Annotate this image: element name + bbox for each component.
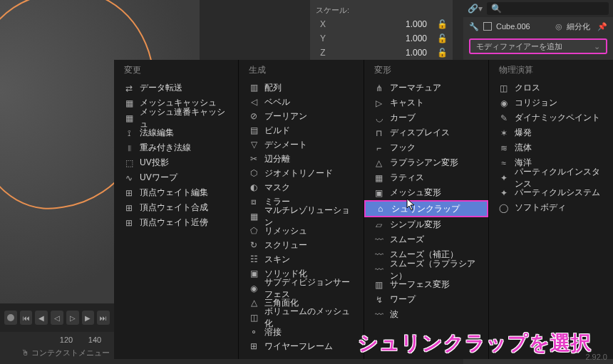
- modifier-icon: ◡: [374, 113, 384, 123]
- menu-item[interactable]: ⊞頂点ウェイト近傍: [114, 215, 238, 230]
- menu-item[interactable]: ✦パーティクルインスタンス: [489, 170, 613, 185]
- menu-item[interactable]: ◐マスク: [239, 180, 363, 194]
- search-input[interactable]: 🔍: [487, 2, 609, 15]
- menu-item[interactable]: ⫴重み付き法線: [114, 140, 238, 155]
- menu-item[interactable]: ▤ビルド: [239, 123, 363, 137]
- modifier-icon: ✂: [249, 154, 259, 164]
- menu-item[interactable]: 〰波: [364, 307, 488, 322]
- menu-item-label: フック: [390, 142, 416, 154]
- object-name: Cube.006: [496, 22, 530, 31]
- menu-item[interactable]: ▣メッシュ変形: [364, 185, 488, 200]
- menu-item[interactable]: ▦マルチレゾリューション: [239, 209, 363, 224]
- menu-item[interactable]: ◉サブディビジョンサーフェス: [239, 281, 363, 296]
- scale-y-value[interactable]: 1.000: [336, 33, 431, 43]
- menu-item[interactable]: ▽デシメート: [239, 137, 363, 152]
- modifier-icon: ▦: [374, 173, 384, 183]
- menu-item[interactable]: ◯ソフトボディ: [489, 200, 613, 215]
- menu-item[interactable]: ∿UVワープ: [114, 170, 238, 185]
- annotation-caption: シュリンクラップを選択: [358, 330, 592, 357]
- menu-item[interactable]: ↻スクリュー: [239, 238, 363, 252]
- menu-item[interactable]: ◫ボリュームのメッシュ化: [239, 310, 363, 325]
- modifier-icon: ⌂: [376, 204, 386, 214]
- menu-item-label: シュリンクラップ: [391, 203, 460, 215]
- lock-icon[interactable]: 🔓: [437, 48, 447, 58]
- modifier-icon: ▦: [249, 212, 259, 222]
- menu-item-label: 爆発: [515, 127, 532, 139]
- scale-z-value[interactable]: 1.000: [336, 48, 431, 58]
- modifier-icon: ↯: [374, 295, 384, 305]
- menu-item[interactable]: ◫クロス: [489, 80, 613, 95]
- pin-icon[interactable]: 📌: [597, 22, 607, 31]
- modifier-icon: ⚬: [249, 327, 259, 337]
- menu-item-label: マスク: [264, 182, 290, 194]
- menu-item[interactable]: ✶爆発: [489, 125, 613, 140]
- menu-item-label: 頂点ウェイト合成: [140, 202, 208, 214]
- menu-item-label: 配列: [264, 82, 282, 94]
- menu-item[interactable]: ☷スキン: [239, 252, 363, 266]
- menu-item[interactable]: ✦パーティクルシステム: [489, 185, 613, 200]
- menu-item[interactable]: ⊞ワイヤーフレーム: [239, 339, 363, 353]
- menu-item[interactable]: ↯ワープ: [364, 292, 488, 307]
- modifier-icon: ⬚: [124, 158, 134, 168]
- menu-column-physics: 物理演算 ◫クロス◉コリジョン✎ダイナミックペイント✶爆発≋流体≈海洋✦パーティ…: [489, 60, 613, 359]
- menu-item[interactable]: ✎ダイナミックペイント: [489, 110, 613, 125]
- menu-item[interactable]: ◡カーブ: [364, 110, 488, 125]
- menu-item[interactable]: ▥サーフェス変形: [364, 277, 488, 292]
- play-button[interactable]: ▷: [66, 311, 79, 325]
- menu-item[interactable]: ⬡ジオメトリノード: [239, 166, 363, 180]
- menu-item[interactable]: ⚬溶接: [239, 325, 363, 339]
- modifier-icon: 〰: [374, 310, 384, 320]
- lock-icon[interactable]: 🔓: [437, 19, 447, 29]
- menu-item[interactable]: 〰スムーズ: [364, 232, 488, 247]
- menu-item[interactable]: ▦ラティス: [364, 170, 488, 185]
- menu-item-label: 波: [390, 308, 398, 321]
- modifier-icon: ⬡: [249, 168, 259, 178]
- menu-item[interactable]: ⊞頂点ウェイト合成: [114, 200, 238, 215]
- menu-item-label: 溶接: [264, 326, 282, 338]
- menu-item[interactable]: ⊞頂点ウェイト編集: [114, 185, 238, 200]
- frame-120: 120: [57, 336, 76, 344]
- play-reverse-button[interactable]: ◁: [51, 311, 63, 325]
- menu-item[interactable]: ⋔アーマチュア: [364, 80, 488, 95]
- menu-item[interactable]: ⇄データ転送: [114, 80, 238, 95]
- menu-item[interactable]: ▥配列: [239, 80, 363, 95]
- menu-item-label: カーブ: [390, 112, 416, 124]
- menu-item[interactable]: ▷キャスト: [364, 95, 488, 110]
- keyframe-next-button[interactable]: ▶: [82, 311, 95, 325]
- menu-item[interactable]: ▦メッシュ連番キャッシュ: [114, 110, 238, 125]
- modifier-icon: ⊘: [249, 111, 259, 121]
- menu-item[interactable]: ≋流体: [489, 140, 613, 155]
- jump-end-button[interactable]: ⏭: [97, 311, 110, 325]
- menu-item[interactable]: ⟟法線編集: [114, 125, 238, 140]
- link-icon[interactable]: 🔗▾: [468, 4, 483, 14]
- scale-x-value[interactable]: 1.000: [336, 19, 431, 29]
- menu-item[interactable]: ⊘ブーリアン: [239, 109, 363, 123]
- menu-item[interactable]: ⌐フック: [364, 140, 488, 155]
- modifier-icon: ▽: [249, 140, 259, 150]
- menu-item[interactable]: ⬚UV投影: [114, 155, 238, 170]
- menu-item-label: リメッシュ: [264, 225, 307, 237]
- menu-item[interactable]: ⌂シュリンクラップ: [364, 200, 488, 217]
- menu-item[interactable]: ✂辺分離: [239, 152, 363, 166]
- record-button[interactable]: [4, 311, 17, 325]
- menu-item[interactable]: ⬠リメッシュ: [239, 224, 363, 238]
- keyframe-prev-button[interactable]: ◀: [35, 311, 48, 325]
- modifier-icon: ▣: [374, 188, 384, 198]
- jump-start-button[interactable]: ⏮: [20, 311, 33, 325]
- menu-item[interactable]: ◉コリジョン: [489, 95, 613, 110]
- modifier-icon: ⬠: [249, 226, 259, 236]
- menu-item-label: パーティクルシステム: [515, 187, 600, 199]
- modifier-menu: 変更 ⇄データ転送▦メッシュキャッシュ▦メッシュ連番キャッシュ⟟法線編集⫴重み付…: [114, 60, 613, 359]
- add-modifier-dropdown[interactable]: モディファイアーを追加 ⌄: [469, 38, 607, 54]
- modifier-icon: ⊞: [124, 218, 134, 228]
- lock-icon[interactable]: 🔓: [437, 33, 447, 43]
- menu-item[interactable]: △ラプラシアン変形: [364, 155, 488, 170]
- modifier-icon: 〰: [374, 250, 384, 260]
- column-header-deform: 変形: [364, 61, 488, 80]
- modifier-icon: ▷: [374, 98, 384, 108]
- menu-item[interactable]: ▱シンプル変形: [364, 217, 488, 232]
- menu-item[interactable]: 〰スムーズ（ラプラシアン）: [364, 262, 488, 277]
- menu-item[interactable]: ⊓ディスプレイス: [364, 125, 488, 140]
- menu-item[interactable]: ◁ベベル: [239, 95, 363, 109]
- menu-item-label: ジオメトリノード: [264, 167, 333, 180]
